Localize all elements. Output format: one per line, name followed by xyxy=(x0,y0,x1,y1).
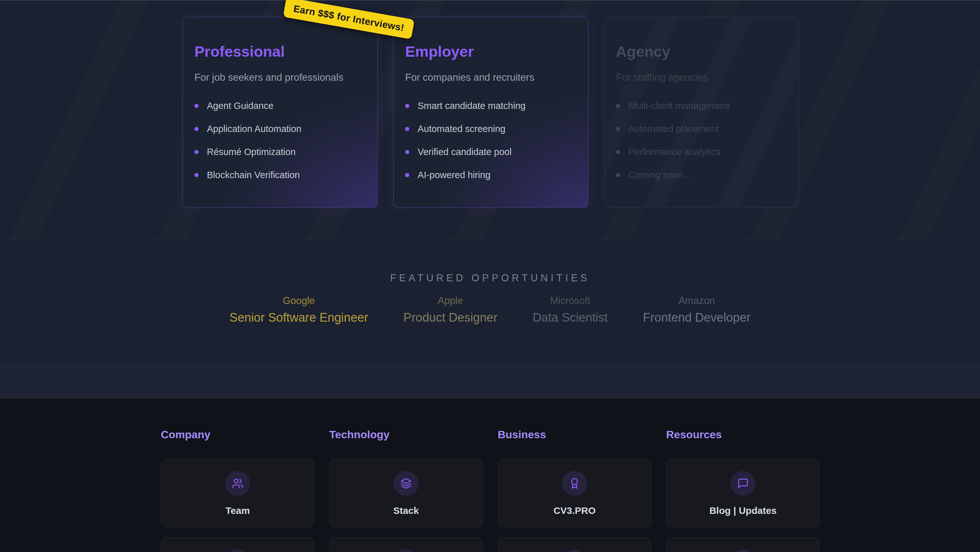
job-role: Senior Software Engineer xyxy=(230,310,368,325)
icon-circle xyxy=(730,549,756,552)
bullet-dot-icon xyxy=(616,150,620,154)
plan-subtitle: For staffing agencies xyxy=(616,72,787,83)
plan-feature-label: AI-powered hiring xyxy=(418,170,490,180)
footer-card-label: Blog | Updates xyxy=(710,505,776,516)
plan-feature-label: Coming soon... xyxy=(628,170,691,180)
plan-feature: Blockchain Verification xyxy=(194,171,366,180)
plan-feature: Application Automation xyxy=(194,124,366,134)
award-icon xyxy=(569,478,580,489)
plan-feature: Coming soon... xyxy=(616,171,787,180)
spacer-band xyxy=(0,366,980,398)
footer-card-label: Stack xyxy=(393,505,419,516)
plan-feature-label: Multi-client management xyxy=(628,101,730,111)
bullet-dot-icon xyxy=(194,150,199,154)
bullet-dot-icon xyxy=(405,150,409,154)
plan-feature: Automated screening xyxy=(405,124,576,134)
footer-card-cutoff[interactable] xyxy=(666,537,820,552)
job-item-amazon[interactable]: Amazon Frontend Developer xyxy=(643,295,751,325)
icon-circle xyxy=(562,471,587,496)
icon-circle xyxy=(225,549,250,552)
plan-feature-label: Résumé Optimization xyxy=(207,147,296,157)
footer-column-company: Company Team xyxy=(161,428,315,552)
plan-feature-label: Application Automation xyxy=(207,124,301,134)
icon-circle xyxy=(730,471,756,496)
bullet-dot-icon xyxy=(194,173,199,177)
bullet-dot-icon xyxy=(616,127,620,131)
plan-feature: Agent Guidance xyxy=(194,101,366,110)
icon-circle xyxy=(394,549,418,552)
plan-card-professional[interactable]: Professional For job seekers and profess… xyxy=(183,17,378,207)
icon-circle xyxy=(394,471,418,496)
job-item-apple[interactable]: Apple Product Designer xyxy=(404,295,498,325)
plan-feature-label: Verified candidate pool xyxy=(418,147,511,157)
job-item-microsoft[interactable]: Microsoft Data Scientist xyxy=(533,295,608,325)
footer-card-cv3pro[interactable]: CV3.PRO xyxy=(498,459,651,528)
job-role: Product Designer xyxy=(404,310,498,325)
plan-feature-label: Automated placement xyxy=(628,124,719,134)
plan-cards-row: Professional For job seekers and profess… xyxy=(183,17,799,207)
footer-card-team[interactable]: Team xyxy=(161,459,315,528)
plan-feature-label: Automated screening xyxy=(418,124,505,134)
plan-title: Professional xyxy=(194,43,366,60)
featured-heading: FEATURED OPPORTUNITIES xyxy=(0,272,980,284)
job-company: Amazon xyxy=(643,295,751,306)
plan-feature-list: Smart candidate matching Automated scree… xyxy=(405,101,576,180)
job-company: Google xyxy=(230,295,368,306)
job-company: Microsoft xyxy=(533,295,608,306)
featured-jobs-row: Google Senior Software Engineer Apple Pr… xyxy=(0,295,980,325)
plan-feature-label: Performance analytics xyxy=(628,147,720,157)
plan-title: Employer xyxy=(405,43,576,60)
job-item-google[interactable]: Google Senior Software Engineer xyxy=(230,295,368,325)
bullet-dot-icon xyxy=(194,104,199,108)
bullet-dot-icon xyxy=(616,104,620,108)
footer: Company Team Technology xyxy=(0,399,980,552)
footer-column-technology: Technology Stack xyxy=(329,428,483,552)
bullet-dot-icon xyxy=(405,173,409,177)
footer-column-business: Business CV3.PRO xyxy=(498,428,651,552)
footer-card-stack[interactable]: Stack xyxy=(329,459,483,528)
footer-card-label: Team xyxy=(226,505,250,516)
plan-feature: Automated placement xyxy=(616,124,787,134)
job-role: Data Scientist xyxy=(533,310,608,325)
bullet-dot-icon xyxy=(616,173,620,177)
footer-card-cutoff[interactable] xyxy=(161,537,315,552)
plan-subtitle: For companies and recruiters xyxy=(405,72,576,83)
plan-card-agency: Agency For staffing agencies Multi-clien… xyxy=(604,17,799,207)
message-square-icon xyxy=(737,478,749,489)
plan-feature-label: Agent Guidance xyxy=(207,101,274,111)
icon-circle xyxy=(562,549,587,552)
footer-column-heading: Company xyxy=(161,428,315,441)
plan-feature: AI-powered hiring xyxy=(405,171,576,180)
job-company: Apple xyxy=(404,295,498,306)
footer-grid: Company Team Technology xyxy=(161,428,820,552)
plan-feature-list: Multi-client management Automated placem… xyxy=(616,101,787,180)
footer-card-cutoff[interactable] xyxy=(498,537,651,552)
plan-feature: Résumé Optimization xyxy=(194,147,366,157)
plan-feature-label: Smart candidate matching xyxy=(418,101,525,111)
plan-feature-label: Blockchain Verification xyxy=(207,170,300,180)
plan-feature: Performance analytics xyxy=(616,147,787,157)
footer-column-heading: Business xyxy=(498,428,651,441)
footer-column-heading: Technology xyxy=(329,428,483,441)
plan-feature: Smart candidate matching xyxy=(405,101,576,110)
bullet-dot-icon xyxy=(405,127,409,131)
plans-section: Professional For job seekers and profess… xyxy=(0,0,980,239)
plan-subtitle: For job seekers and professionals xyxy=(194,72,366,83)
plan-title: Agency xyxy=(616,43,787,60)
footer-column-heading: Resources xyxy=(666,428,820,441)
plan-feature-list: Agent Guidance Application Automation Ré… xyxy=(194,101,366,180)
users-icon xyxy=(232,478,243,489)
job-role: Frontend Developer xyxy=(643,310,751,325)
footer-column-resources: Resources Blog | Updates xyxy=(666,428,820,552)
plan-card-employer[interactable]: Employer For companies and recruiters Sm… xyxy=(393,17,588,207)
footer-card-label: CV3.PRO xyxy=(554,505,596,516)
icon-circle xyxy=(225,471,250,496)
footer-card-blog[interactable]: Blog | Updates xyxy=(666,459,820,528)
bullet-dot-icon xyxy=(194,127,199,131)
plan-feature: Multi-client management xyxy=(616,101,787,110)
layers-icon xyxy=(400,478,412,489)
plan-feature: Verified candidate pool xyxy=(405,147,576,157)
footer-card-cutoff[interactable] xyxy=(329,537,483,552)
featured-opportunities-section: FEATURED OPPORTUNITIES Google Senior Sof… xyxy=(0,240,980,366)
bullet-dot-icon xyxy=(405,104,409,108)
